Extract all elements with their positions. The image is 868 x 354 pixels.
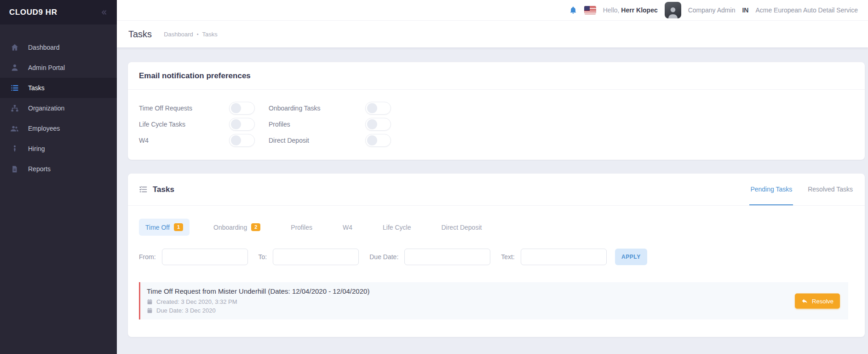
pref-label-direct-deposit: Direct Deposit bbox=[269, 134, 365, 147]
category-label: W4 bbox=[343, 224, 352, 231]
due-date-input[interactable] bbox=[404, 249, 490, 265]
sidebar-item-label: Dashboard bbox=[28, 44, 60, 51]
toggle-w4[interactable] bbox=[229, 134, 255, 147]
to-label: To: bbox=[259, 253, 267, 261]
apply-button[interactable]: APPLY bbox=[615, 249, 647, 265]
breadcrumb-current: Tasks bbox=[202, 31, 218, 38]
sidebar-item-label: Employees bbox=[28, 125, 60, 132]
calendar-icon bbox=[147, 308, 153, 313]
sidebar-item-tasks[interactable]: Tasks bbox=[0, 78, 117, 98]
tasks-tabs: Pending Tasks Resolved Tasks bbox=[749, 174, 854, 205]
user-name: Herr Klopec bbox=[621, 6, 657, 14]
pref-label-w4: W4 bbox=[139, 134, 229, 147]
tasks-card: Tasks Pending Tasks Resolved Tasks Time … bbox=[128, 174, 865, 337]
pref-label-time-off-requests: Time Off Requests bbox=[139, 102, 229, 115]
toggle-knob bbox=[367, 103, 377, 113]
category-time-off[interactable]: Time Off 1 bbox=[139, 219, 190, 236]
task-filter-bar: From: To: Due Date: Text: APPLY bbox=[139, 249, 854, 265]
sidebar-item-label: Reports bbox=[28, 165, 51, 173]
sidebar-item-hiring[interactable]: Hiring bbox=[0, 139, 117, 159]
task-list-item: Time Off Request from Mister Underhill (… bbox=[139, 282, 848, 319]
sidebar-nav: Dashboard Admin Portal Tasks Organizatio… bbox=[0, 37, 117, 179]
toggle-knob bbox=[231, 135, 241, 145]
home-icon bbox=[10, 43, 19, 52]
hiring-icon bbox=[10, 145, 19, 153]
task-category-tabs: Time Off 1 Onboarding 2 Profiles W4 Life… bbox=[139, 219, 854, 236]
breadcrumb-separator: • bbox=[197, 31, 199, 37]
due-date-label: Due Date: bbox=[369, 253, 398, 261]
avatar-silhouette-icon bbox=[666, 5, 680, 18]
category-badge: 1 bbox=[174, 223, 183, 231]
sidebar-item-reports[interactable]: Reports bbox=[0, 159, 117, 179]
notifications-bell-icon[interactable] bbox=[569, 6, 577, 14]
list-icon bbox=[10, 84, 19, 93]
sidebar-item-admin-portal[interactable]: Admin Portal bbox=[0, 58, 117, 78]
sidebar: CLOUD9 HR Dashboard Admin Portal Tasks bbox=[0, 0, 117, 354]
category-label: Life Cycle bbox=[383, 224, 411, 231]
page-title: Tasks bbox=[128, 29, 152, 40]
tasks-card-title: Tasks bbox=[153, 185, 174, 194]
category-onboarding[interactable]: Onboarding 2 bbox=[207, 219, 267, 236]
task-due-text: Due Date: 3 Dec 2020 bbox=[156, 307, 216, 314]
app-logo: CLOUD9 HR bbox=[9, 8, 57, 17]
email-preferences-title: Email notification preferences bbox=[139, 71, 251, 81]
email-preferences-body: Time Off Requests Onboarding Tasks Life … bbox=[128, 90, 865, 160]
pref-label-life-cycle-tasks: Life Cycle Tasks bbox=[139, 118, 229, 131]
task-created-row: Created: 3 Dec 2020, 3:32 PM bbox=[147, 298, 841, 305]
category-label: Profiles bbox=[291, 224, 312, 231]
tasks-card-body: Time Off 1 Onboarding 2 Profiles W4 Life… bbox=[128, 206, 865, 319]
greeting-prefix: Hello, bbox=[603, 6, 620, 14]
user-greeting[interactable]: Hello, Herr Klopec bbox=[603, 6, 658, 14]
breadcrumb: Dashboard • Tasks bbox=[164, 31, 218, 38]
category-label: Onboarding bbox=[213, 224, 247, 231]
toggle-knob bbox=[367, 135, 377, 145]
category-life-cycle[interactable]: Life Cycle bbox=[376, 219, 417, 236]
location-label: IN bbox=[742, 6, 748, 14]
tab-resolved-tasks[interactable]: Resolved Tasks bbox=[807, 174, 854, 205]
sitemap-icon bbox=[10, 104, 19, 113]
sidebar-collapse-icon[interactable] bbox=[99, 8, 108, 17]
user-avatar[interactable] bbox=[665, 2, 681, 18]
task-created-text: Created: 3 Dec 2020, 3:32 PM bbox=[156, 298, 237, 305]
people-icon bbox=[10, 124, 19, 133]
us-flag-icon[interactable] bbox=[584, 6, 596, 14]
sidebar-item-label: Tasks bbox=[28, 84, 45, 92]
toggle-direct-deposit[interactable] bbox=[365, 134, 391, 147]
toggle-knob bbox=[367, 119, 377, 129]
sidebar-item-employees[interactable]: Employees bbox=[0, 118, 117, 139]
report-icon bbox=[10, 165, 19, 174]
to-date-input[interactable] bbox=[273, 249, 359, 265]
resolve-button-label: Resolve bbox=[812, 297, 834, 304]
sidebar-item-dashboard[interactable]: Dashboard bbox=[0, 37, 117, 58]
toggle-profiles[interactable] bbox=[365, 118, 391, 131]
toggle-life-cycle-tasks[interactable] bbox=[229, 118, 255, 131]
sidebar-item-organization[interactable]: Organization bbox=[0, 98, 117, 118]
toggle-knob bbox=[231, 103, 241, 113]
sidebar-logo-band: CLOUD9 HR bbox=[0, 0, 117, 25]
task-title: Time Off Request from Mister Underhill (… bbox=[147, 287, 841, 295]
email-preferences-header: Email notification preferences bbox=[128, 62, 865, 90]
category-w4[interactable]: W4 bbox=[336, 219, 359, 236]
toggle-time-off-requests[interactable] bbox=[229, 102, 255, 115]
person-icon bbox=[10, 64, 19, 72]
text-search-input[interactable] bbox=[521, 249, 607, 265]
from-date-input[interactable] bbox=[162, 249, 248, 265]
from-label: From: bbox=[139, 253, 156, 261]
checklist-icon bbox=[139, 185, 148, 194]
tab-pending-tasks[interactable]: Pending Tasks bbox=[749, 174, 793, 205]
page-title-band: Tasks Dashboard • Tasks bbox=[117, 21, 868, 47]
category-label: Time Off bbox=[145, 224, 170, 231]
top-header: Hello, Herr Klopec Company Admin IN Acme… bbox=[117, 0, 868, 21]
category-profiles[interactable]: Profiles bbox=[284, 219, 319, 236]
toggle-onboarding-tasks[interactable] bbox=[365, 102, 391, 115]
calendar-icon bbox=[147, 299, 153, 305]
sidebar-item-label: Organization bbox=[28, 104, 64, 112]
resolve-button[interactable]: Resolve bbox=[795, 293, 840, 308]
toggle-knob bbox=[231, 119, 241, 129]
tasks-title-group: Tasks bbox=[139, 185, 174, 194]
sidebar-item-label: Hiring bbox=[28, 145, 45, 152]
company-name: Acme European Auto Detail Service bbox=[755, 6, 858, 14]
breadcrumb-root[interactable]: Dashboard bbox=[164, 31, 193, 38]
pref-label-profiles: Profiles bbox=[269, 118, 365, 131]
category-direct-deposit[interactable]: Direct Deposit bbox=[435, 219, 488, 236]
